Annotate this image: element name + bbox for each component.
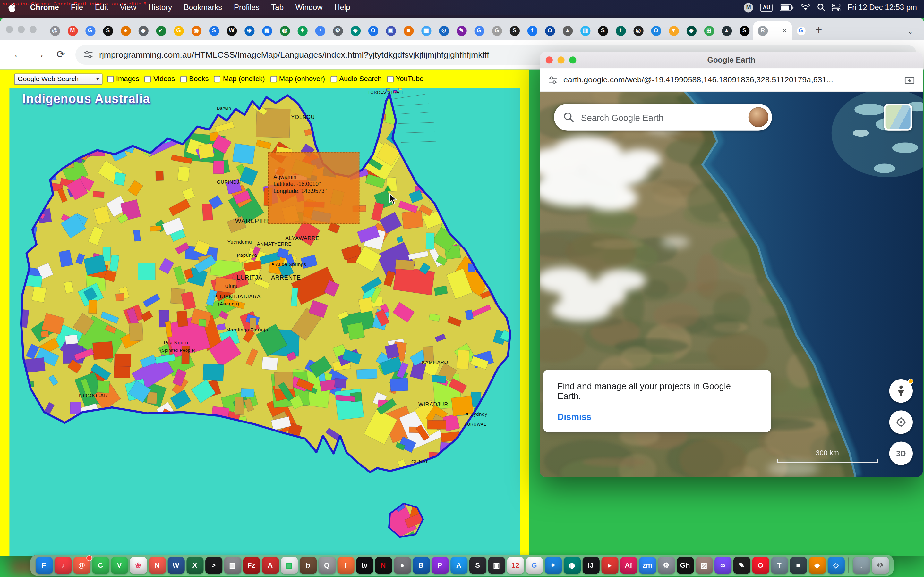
dock-icon-tan-app[interactable]: ▨ [695, 557, 712, 574]
dock-icon-utility[interactable]: ▦ [224, 557, 241, 574]
pinned-tab[interactable]: t [612, 23, 630, 39]
pegman-button[interactable] [889, 379, 913, 403]
input-source-indicator[interactable]: AU [760, 3, 773, 11]
pinned-tab[interactable]: ⊙ [435, 23, 453, 39]
checkbox-images[interactable]: Images [107, 75, 139, 83]
apple-menu[interactable] [8, 3, 16, 12]
pinned-tab[interactable]: ◍ [276, 23, 294, 39]
minimap-button[interactable] [884, 103, 912, 131]
control-center-icon[interactable] [832, 4, 841, 11]
menu-item-help[interactable]: Help [328, 3, 356, 12]
pinned-tab[interactable]: O [541, 23, 559, 39]
dock-icon-coffee[interactable]: b [299, 557, 317, 574]
reload-button[interactable]: ⟳ [51, 48, 71, 61]
pinned-tab[interactable]: ✓ [152, 23, 170, 39]
dock-icon-textedit[interactable]: A [262, 557, 279, 574]
dock-icon-finder[interactable]: F [35, 557, 52, 574]
menu-item-bookmarks[interactable]: Bookmarks [178, 3, 228, 12]
dock-icon-firefox[interactable]: f [337, 557, 354, 574]
pinned-tab[interactable]: S [205, 23, 223, 39]
pinned-tab[interactable]: ⊕ [240, 23, 258, 39]
battery-icon[interactable] [780, 4, 794, 11]
checkbox-youtube[interactable]: YouTube [387, 75, 423, 83]
dock-icon-design-app[interactable]: Af [620, 557, 637, 574]
dock-icon-terminal[interactable]: > [205, 557, 222, 574]
dismiss-link[interactable]: Dismiss [557, 412, 591, 422]
active-tab[interactable]: R ✕ [753, 21, 792, 40]
checkbox-box[interactable] [214, 76, 220, 82]
pinned-tab[interactable]: ▣ [382, 23, 399, 39]
pinned-tab[interactable]: ▩ [258, 23, 276, 39]
dock-icon-excel[interactable]: X [186, 557, 203, 574]
search-type-select[interactable]: Google Web Search ▾ [14, 73, 103, 85]
new-tab-button[interactable]: + [810, 23, 828, 36]
pinned-tab[interactable]: ● [117, 23, 134, 39]
tab-close-icon[interactable]: ✕ [782, 27, 787, 35]
checkbox-map-onclick-[interactable]: Map (onclick) [214, 75, 265, 83]
pinned-tab[interactable]: S [735, 23, 753, 39]
pinned-tab[interactable]: ⚙ [329, 23, 347, 39]
window-controls[interactable] [6, 26, 37, 33]
install-app-icon[interactable] [905, 75, 914, 84]
pinned-tab[interactable]: ◉ [187, 23, 205, 39]
pinned-tab[interactable]: W [223, 23, 240, 39]
menu-item-chrome[interactable]: Chrome [24, 3, 65, 12]
pinned-tab[interactable]: S [594, 23, 612, 39]
pinned-tab[interactable]: M [63, 23, 81, 39]
checkbox-box[interactable] [330, 76, 337, 82]
dock-icon-trash[interactable]: ♲ [872, 557, 889, 574]
pinned-tab[interactable]: ▲ [718, 23, 735, 39]
checkbox-videos[interactable]: Videos [145, 75, 175, 83]
dock-icon-podcasts[interactable]: P [431, 557, 448, 574]
checkbox-box[interactable] [270, 76, 276, 82]
dock-icon-netflix[interactable]: N [375, 557, 392, 574]
menu-item-file[interactable]: File [65, 3, 89, 12]
menu-bar-clock[interactable]: Fri 12 Dec 12:53 pm [848, 3, 917, 12]
dock-icon-facetime[interactable]: V [111, 557, 128, 574]
checkbox-audio-search[interactable]: Audio Search [330, 75, 382, 83]
dock-icon-word[interactable]: W [168, 557, 184, 574]
3d-button[interactable]: 3D [889, 442, 913, 465]
dock-icon-purple-app[interactable]: ∞ [714, 557, 731, 574]
pinned-tab[interactable]: ▲ [559, 23, 576, 39]
earth-view[interactable]: Search Google Earth Find and manage all … [540, 92, 923, 477]
spotlight-icon[interactable] [817, 3, 825, 11]
pinned-tab[interactable]: O [364, 23, 382, 39]
menu-item-profiles[interactable]: Profiles [228, 3, 265, 12]
pinned-tab[interactable]: ◈ [347, 23, 364, 39]
dock-icon-slack[interactable]: S [469, 557, 486, 574]
dock-icon-filezilla[interactable]: Fz [243, 557, 260, 574]
menu-item-tab[interactable]: Tab [265, 3, 289, 12]
pinned-tab[interactable]: ✦ [294, 23, 311, 39]
dock-icon-zoom[interactable]: zm [639, 557, 656, 574]
dock-icon-opera[interactable]: O [752, 557, 769, 574]
compass-button[interactable] [889, 410, 913, 434]
pinned-tab[interactable]: G [170, 23, 187, 39]
dock-icon-dark-app[interactable]: ■ [790, 557, 806, 574]
earth-url-text[interactable]: earth.google.com/web/@-19.41990588,146.1… [564, 75, 899, 84]
pinned-tab[interactable]: ◎ [630, 23, 647, 39]
dock-icon-calendar[interactable]: 12 [507, 557, 524, 574]
pinned-tab[interactable]: @ [46, 23, 63, 39]
checkbox-box[interactable] [145, 76, 151, 82]
dock-icon-messages[interactable]: C [92, 557, 109, 574]
pinned-tab[interactable]: O [647, 23, 665, 39]
dock-icon-safari[interactable]: ✦ [544, 557, 561, 574]
dock-icon-search-app[interactable]: Q [318, 557, 335, 574]
avatar[interactable] [748, 107, 768, 127]
dock-icon-numbers[interactable]: ▤ [280, 557, 297, 574]
dock-icon-photos[interactable]: ❀ [129, 557, 147, 574]
dock-icon-chrome[interactable]: G [525, 557, 543, 574]
tab-search-icon[interactable]: ⌄ [901, 26, 919, 35]
pinned-tab[interactable]: G [470, 23, 488, 39]
dock-icon-apple-tv[interactable]: tv [356, 557, 373, 574]
pinned-tab[interactable]: ▼ [665, 23, 682, 39]
dock-icon-bear[interactable]: B [413, 557, 430, 574]
dock-icon-intellij[interactable]: IJ [582, 557, 599, 574]
pinned-tab[interactable]: ⊞ [700, 23, 718, 39]
site-settings-icon[interactable] [548, 75, 557, 84]
pinned-tab-google[interactable]: G [792, 23, 810, 39]
earth-window-controls[interactable] [546, 56, 577, 63]
back-button[interactable]: ← [7, 49, 29, 61]
earth-search-bar[interactable]: Search Google Earth [554, 103, 772, 131]
